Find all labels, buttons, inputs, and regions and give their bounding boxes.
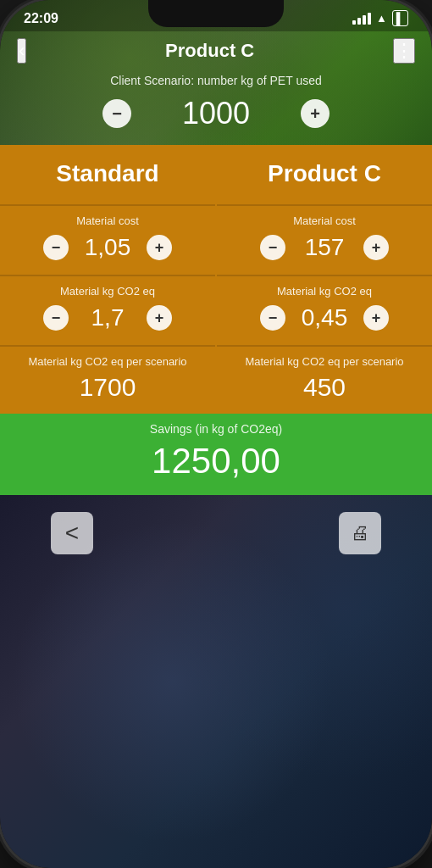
signal-icon (352, 13, 371, 25)
scenario-counter: − 1000 + (17, 96, 415, 131)
standard-co2-scenario-label: Material kg CO2 eq per scenario (28, 355, 186, 368)
status-icons: ▲ ▌ (352, 10, 408, 26)
standard-material-cost-label: Material cost (76, 214, 139, 227)
standard-co2-minus[interactable]: − (43, 305, 69, 331)
savings-label: Savings (in kg of CO2eq) (17, 422, 415, 436)
product-co2-minus[interactable]: − (260, 305, 285, 331)
back-nav-button[interactable]: < (51, 512, 93, 554)
bottom-content: < 🖨 (0, 495, 432, 571)
comparison-grid: Standard Product C Material cost − 1,05 … (0, 145, 432, 414)
product-material-cost-cell: Material cost − 157 + (217, 204, 432, 273)
standard-header: Standard (0, 145, 215, 203)
product-material-cost-value: 157 (299, 234, 350, 261)
product-co2-cell: Material kg CO2 eq − 0,45 + (217, 275, 432, 343)
standard-material-cost-controls: − 1,05 + (12, 234, 203, 261)
product-header-text: Product C (268, 160, 381, 186)
battery-icon: ▌ (392, 10, 408, 26)
product-co2-scenario-label: Material kg CO2 eq per scenario (245, 355, 403, 368)
product-co2-value: 0,45 (299, 304, 350, 331)
savings-section: Savings (in kg of CO2eq) 1250,00 (0, 414, 432, 495)
notch (148, 0, 284, 27)
standard-header-text: Standard (56, 160, 158, 186)
standard-material-cost-plus[interactable]: + (147, 235, 172, 260)
product-co2-controls: − 0,45 + (229, 304, 420, 331)
header: ‹ Product C ⋮ (0, 31, 432, 69)
scenario-value: 1000 (165, 96, 267, 131)
standard-co2-cell: Material kg CO2 eq − 1,7 + (0, 275, 215, 343)
wifi-icon: ▲ (376, 12, 387, 25)
product-co2-scenario-value: 450 (303, 373, 346, 402)
standard-material-cost-minus[interactable]: − (43, 235, 69, 260)
scenario-minus-button[interactable]: − (102, 99, 131, 128)
standard-co2-value: 1,7 (82, 304, 133, 331)
signal-bar-3 (363, 15, 366, 25)
product-material-cost-label: Material cost (293, 214, 356, 227)
back-button[interactable]: ‹ (17, 38, 26, 64)
product-material-cost-controls: − 157 + (229, 234, 420, 261)
more-button[interactable]: ⋮ (393, 38, 415, 64)
signal-bar-4 (368, 13, 371, 25)
phone-screen: 22:09 ▲ ▌ ‹ Product C ⋮ (0, 0, 432, 868)
signal-bar-2 (357, 18, 361, 25)
product-co2-scenario-cell: Material kg CO2 eq per scenario 450 (217, 345, 432, 414)
standard-co2-plus[interactable]: + (147, 305, 172, 331)
phone-frame: 22:09 ▲ ▌ ‹ Product C ⋮ (0, 0, 432, 868)
product-header: Product C (217, 145, 432, 203)
scenario-plus-button[interactable]: + (301, 99, 330, 128)
product-material-cost-plus[interactable]: + (363, 235, 389, 260)
signal-bar-1 (352, 20, 356, 25)
scenario-label: Client Scenario: number kg of PET used (17, 74, 415, 87)
product-co2-label: Material kg CO2 eq (277, 285, 372, 298)
standard-material-cost-value: 1,05 (82, 234, 133, 261)
print-button[interactable]: 🖨 (339, 512, 381, 554)
standard-co2-controls: − 1,7 + (12, 304, 203, 331)
product-co2-plus[interactable]: + (363, 305, 389, 331)
bottom-background: < 🖨 (0, 495, 432, 868)
standard-co2-label: Material kg CO2 eq (60, 285, 155, 298)
savings-value: 1250,00 (17, 441, 415, 481)
standard-co2-scenario-value: 1700 (80, 373, 136, 402)
main-content: Standard Product C Material cost − 1,05 … (0, 145, 432, 868)
standard-co2-scenario-cell: Material kg CO2 eq per scenario 1700 (0, 345, 215, 414)
status-time: 22:09 (24, 11, 58, 26)
standard-material-cost-cell: Material cost − 1,05 + (0, 204, 215, 273)
scenario-area: Client Scenario: number kg of PET used −… (0, 69, 432, 145)
page-title: Product C (165, 40, 254, 62)
product-material-cost-minus[interactable]: − (260, 235, 285, 260)
